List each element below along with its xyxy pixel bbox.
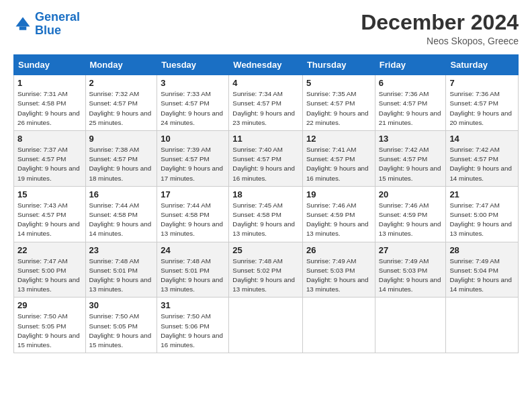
day-info: Sunrise: 7:31 AMSunset: 4:58 PMDaylight:… [17, 89, 82, 128]
page: General Blue December 2024 Neos Skopos, … [0, 0, 532, 411]
day-info: Sunrise: 7:44 AMSunset: 4:58 PMDaylight:… [89, 201, 154, 239]
day-number: 27 [379, 245, 443, 255]
day-number: 17 [161, 189, 225, 199]
calendar-week-row: 29Sunrise: 7:50 AMSunset: 5:05 PMDayligh… [14, 298, 519, 353]
day-info: Sunrise: 7:46 AMSunset: 4:59 PMDaylight:… [379, 201, 443, 239]
day-number: 21 [449, 189, 515, 199]
day-info: Sunrise: 7:47 AMSunset: 5:00 PMDaylight:… [449, 201, 515, 239]
logo: General Blue [13, 11, 80, 38]
day-info: Sunrise: 7:46 AMSunset: 4:59 PMDaylight:… [306, 201, 371, 239]
calendar-day-cell: 18Sunrise: 7:45 AMSunset: 4:58 PMDayligh… [229, 186, 303, 242]
day-info: Sunrise: 7:44 AMSunset: 4:58 PMDaylight:… [161, 201, 225, 239]
day-number: 2 [89, 78, 154, 88]
day-info: Sunrise: 7:40 AMSunset: 4:57 PMDaylight:… [232, 145, 299, 183]
day-info: Sunrise: 7:32 AMSunset: 4:57 PMDaylight:… [89, 89, 154, 128]
calendar-day-cell: 13Sunrise: 7:42 AMSunset: 4:57 PMDayligh… [375, 131, 446, 187]
day-info: Sunrise: 7:33 AMSunset: 4:57 PMDaylight:… [161, 89, 225, 128]
calendar-day-cell: 6Sunrise: 7:36 AMSunset: 4:57 PMDaylight… [375, 75, 446, 131]
day-number: 30 [89, 300, 154, 310]
calendar-day-cell: 23Sunrise: 7:48 AMSunset: 5:01 PMDayligh… [85, 242, 157, 298]
day-info: Sunrise: 7:50 AMSunset: 5:05 PMDaylight:… [89, 312, 154, 350]
day-number: 7 [449, 78, 515, 88]
day-number: 20 [379, 189, 443, 199]
calendar-day-header: Friday [375, 55, 446, 75]
calendar-day-header: Tuesday [157, 55, 229, 75]
day-number: 19 [306, 189, 371, 199]
day-info: Sunrise: 7:48 AMSunset: 5:02 PMDaylight:… [232, 257, 299, 295]
day-number: 22 [17, 245, 82, 255]
calendar-day-cell: 19Sunrise: 7:46 AMSunset: 4:59 PMDayligh… [302, 186, 375, 242]
calendar-day-header: Saturday [446, 55, 519, 75]
day-number: 29 [17, 300, 82, 310]
month-title: December 2024 [361, 11, 519, 34]
calendar-day-cell: 2Sunrise: 7:32 AMSunset: 4:57 PMDaylight… [85, 75, 157, 131]
day-number: 25 [232, 245, 299, 255]
calendar-day-cell: 12Sunrise: 7:41 AMSunset: 4:57 PMDayligh… [302, 131, 375, 187]
day-number: 4 [232, 78, 299, 88]
calendar-day-cell: 1Sunrise: 7:31 AMSunset: 4:58 PMDaylight… [14, 75, 86, 131]
title-block: December 2024 Neos Skopos, Greece [361, 11, 519, 46]
calendar-day-cell: 15Sunrise: 7:43 AMSunset: 4:57 PMDayligh… [14, 186, 86, 242]
day-info: Sunrise: 7:36 AMSunset: 4:57 PMDaylight:… [449, 89, 515, 128]
calendar-week-row: 1Sunrise: 7:31 AMSunset: 4:58 PMDaylight… [14, 75, 519, 131]
svg-marker-0 [16, 17, 30, 26]
calendar-day-cell: 25Sunrise: 7:48 AMSunset: 5:02 PMDayligh… [229, 242, 303, 298]
day-info: Sunrise: 7:47 AMSunset: 5:00 PMDaylight:… [17, 257, 82, 295]
calendar-day-cell: 4Sunrise: 7:34 AMSunset: 4:57 PMDaylight… [229, 75, 303, 131]
header: General Blue December 2024 Neos Skopos, … [13, 11, 519, 46]
day-info: Sunrise: 7:49 AMSunset: 5:03 PMDaylight:… [306, 257, 371, 295]
day-info: Sunrise: 7:35 AMSunset: 4:57 PMDaylight:… [306, 89, 371, 128]
day-number: 1 [17, 78, 82, 88]
day-number: 26 [306, 245, 371, 255]
calendar-day-cell: 11Sunrise: 7:40 AMSunset: 4:57 PMDayligh… [229, 131, 303, 187]
svg-rect-1 [19, 26, 27, 30]
calendar-day-header: Wednesday [229, 55, 303, 75]
day-number: 18 [232, 189, 299, 199]
calendar-day-cell: 27Sunrise: 7:49 AMSunset: 5:03 PMDayligh… [375, 242, 446, 298]
day-number: 23 [89, 245, 154, 255]
day-info: Sunrise: 7:34 AMSunset: 4:57 PMDaylight:… [232, 89, 299, 128]
day-number: 14 [449, 134, 515, 144]
calendar-day-cell [229, 298, 303, 353]
logo-general: General [35, 10, 80, 24]
calendar-table: SundayMondayTuesdayWednesdayThursdayFrid… [13, 54, 519, 353]
calendar-day-cell: 21Sunrise: 7:47 AMSunset: 5:00 PMDayligh… [446, 186, 519, 242]
day-info: Sunrise: 7:42 AMSunset: 4:57 PMDaylight:… [449, 145, 515, 183]
day-number: 10 [161, 134, 225, 144]
day-number: 8 [17, 134, 82, 144]
calendar-day-header: Sunday [14, 55, 86, 75]
calendar-day-cell: 9Sunrise: 7:38 AMSunset: 4:57 PMDaylight… [85, 131, 157, 187]
day-number: 3 [161, 78, 225, 88]
calendar-day-cell: 8Sunrise: 7:37 AMSunset: 4:57 PMDaylight… [14, 131, 86, 187]
logo-blue: Blue [35, 24, 61, 37]
day-info: Sunrise: 7:49 AMSunset: 5:04 PMDaylight:… [449, 257, 515, 295]
calendar-header-row: SundayMondayTuesdayWednesdayThursdayFrid… [14, 55, 519, 75]
calendar-day-cell [446, 298, 519, 353]
day-number: 15 [17, 189, 82, 199]
calendar-day-cell: 5Sunrise: 7:35 AMSunset: 4:57 PMDaylight… [302, 75, 375, 131]
calendar-day-cell: 7Sunrise: 7:36 AMSunset: 4:57 PMDaylight… [446, 75, 519, 131]
day-number: 11 [232, 134, 299, 144]
day-number: 13 [379, 134, 443, 144]
calendar-day-cell [375, 298, 446, 353]
calendar-week-row: 8Sunrise: 7:37 AMSunset: 4:57 PMDaylight… [14, 131, 519, 187]
day-info: Sunrise: 7:38 AMSunset: 4:57 PMDaylight:… [89, 145, 154, 183]
calendar-day-cell [302, 298, 375, 353]
day-info: Sunrise: 7:48 AMSunset: 5:01 PMDaylight:… [161, 257, 225, 295]
calendar-day-cell: 14Sunrise: 7:42 AMSunset: 4:57 PMDayligh… [446, 131, 519, 187]
day-info: Sunrise: 7:48 AMSunset: 5:01 PMDaylight:… [89, 257, 154, 295]
calendar-day-cell: 16Sunrise: 7:44 AMSunset: 4:58 PMDayligh… [85, 186, 157, 242]
day-info: Sunrise: 7:50 AMSunset: 5:06 PMDaylight:… [161, 312, 225, 350]
day-number: 5 [306, 78, 371, 88]
day-info: Sunrise: 7:39 AMSunset: 4:57 PMDaylight:… [161, 145, 225, 183]
calendar-day-cell: 22Sunrise: 7:47 AMSunset: 5:00 PMDayligh… [14, 242, 86, 298]
day-info: Sunrise: 7:50 AMSunset: 5:05 PMDaylight:… [17, 312, 82, 350]
day-number: 31 [161, 300, 225, 310]
calendar-day-cell: 20Sunrise: 7:46 AMSunset: 4:59 PMDayligh… [375, 186, 446, 242]
calendar-day-cell: 31Sunrise: 7:50 AMSunset: 5:06 PMDayligh… [157, 298, 229, 353]
calendar-day-cell: 26Sunrise: 7:49 AMSunset: 5:03 PMDayligh… [302, 242, 375, 298]
calendar-week-row: 15Sunrise: 7:43 AMSunset: 4:57 PMDayligh… [14, 186, 519, 242]
day-info: Sunrise: 7:41 AMSunset: 4:57 PMDaylight:… [306, 145, 371, 183]
day-info: Sunrise: 7:37 AMSunset: 4:57 PMDaylight:… [17, 145, 82, 183]
calendar-day-cell: 17Sunrise: 7:44 AMSunset: 4:58 PMDayligh… [157, 186, 229, 242]
